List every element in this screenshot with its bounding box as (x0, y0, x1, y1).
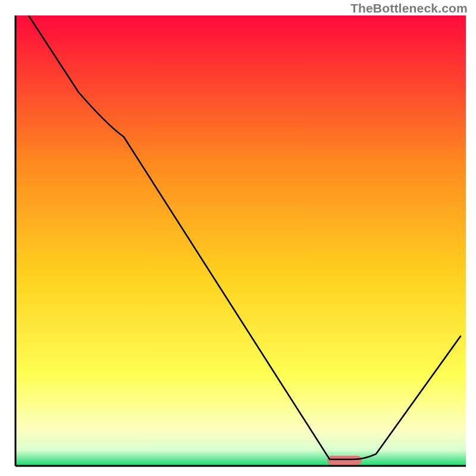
optimal-marker (327, 456, 362, 465)
chart-svg (0, 0, 476, 476)
plot-background (15, 15, 466, 466)
watermark-text: TheBottleneck.com (350, 1, 468, 15)
chart-canvas: TheBottleneck.com (0, 0, 476, 476)
